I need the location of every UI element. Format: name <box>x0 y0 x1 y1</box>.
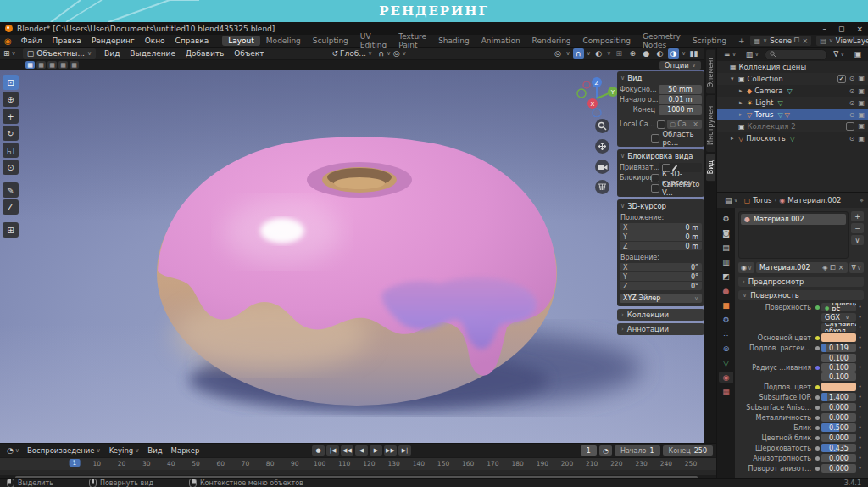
workspace-tab-rendering[interactable]: Rendering <box>526 36 577 46</box>
eye-toggle-icon[interactable]: ⊙ <box>849 75 855 83</box>
select-mode-invert-icon[interactable]: ▦ <box>58 61 68 69</box>
pause-render-icon[interactable]: ▮▮ <box>688 48 699 59</box>
outliner-settings-icon[interactable]: ▣ <box>850 50 865 59</box>
outliner-row-torus[interactable]: ▸▽Torus▽▽⊙▣ <box>717 109 868 120</box>
camera-to-view-checkbox[interactable] <box>651 184 659 193</box>
checkbox-checked-icon[interactable]: ✓ <box>837 75 846 83</box>
gizmos-toggle-icon[interactable]: ◎ <box>553 48 564 59</box>
slider-subsurface-aniso-[interactable]: 0.000 <box>821 403 856 411</box>
texture-tab-icon[interactable]: ▦ <box>719 386 733 397</box>
tool-select-box-button[interactable]: ⊡ <box>3 75 19 90</box>
next-keyframe-button[interactable]: ▶▶ <box>384 445 397 456</box>
slider-шероховатость[interactable]: 0.435 <box>821 444 856 452</box>
viewport-menu-добавить[interactable]: Добавить <box>181 49 229 58</box>
current-frame-marker[interactable]: 1 <box>70 459 81 467</box>
cursor-ry-field[interactable]: Y0° <box>620 272 702 281</box>
eye-toggle-icon[interactable]: ⊙ <box>849 135 855 143</box>
prev-keyframe-button[interactable]: ◀◀ <box>341 445 353 456</box>
viewport-menu-вид[interactable]: Вид <box>99 49 125 58</box>
animate-dot-icon[interactable]: • <box>856 314 864 321</box>
playhead[interactable] <box>75 469 75 475</box>
workspace-tab-modeling[interactable]: Modeling <box>260 36 307 46</box>
animate-dot-icon[interactable]: • <box>856 404 864 411</box>
eye-toggle-icon[interactable]: ⊙ <box>849 87 855 95</box>
world-tab-icon[interactable]: ● <box>719 285 733 296</box>
options-button[interactable]: Опции∨ <box>659 61 701 70</box>
play-reverse-button[interactable]: ◀ <box>355 445 368 456</box>
pivot-point-icon[interactable]: ◐ <box>593 48 604 59</box>
vector-field[interactable]: 0.100 <box>821 363 856 372</box>
animate-dot-icon[interactable]: • <box>856 364 864 371</box>
sidebar-tab-инструмент[interactable]: Инструмент <box>706 95 715 152</box>
view-layer-tab-icon[interactable]: ▥ <box>719 256 733 267</box>
camera-toggle-icon[interactable]: ▣ <box>858 111 865 119</box>
animate-dot-icon[interactable]: • <box>856 344 864 351</box>
shading-wireframe-icon[interactable]: ⊕ <box>627 48 638 59</box>
cursor-y-field[interactable]: Y0 m <box>620 232 702 241</box>
use-preview-range-icon[interactable]: ◔ <box>599 445 612 456</box>
shading-solid-icon[interactable]: ● <box>641 48 652 59</box>
viewport-menu-выделение[interactable]: Выделение <box>125 49 181 58</box>
material-name-field[interactable]: Материал.002 ◈ ⧠ × <box>756 262 847 273</box>
outliner-row-коллекция-2[interactable]: ▣Коллекция 2▣ <box>717 120 868 132</box>
breadcrumb-object[interactable]: Torus <box>753 196 771 204</box>
data-tab-icon[interactable]: ▽ <box>719 357 733 368</box>
select-mode-intersect-icon[interactable]: ▦ <box>70 61 79 69</box>
slot-specials-button[interactable]: ∨ <box>851 235 864 245</box>
snapping-toggle-icon[interactable]: ∩ <box>573 48 584 59</box>
menubar-item-окно[interactable]: Окно <box>140 36 170 45</box>
transform-orientation-select[interactable]: ↺ Глоб...∨ <box>329 49 376 58</box>
lock-3d-cursor-checkbox[interactable] <box>651 174 659 182</box>
outliner-search-input[interactable] <box>765 49 827 60</box>
select-mode-extend-icon[interactable]: ▦ <box>36 61 46 69</box>
cursor-rx-field[interactable]: X0° <box>620 263 702 271</box>
collections-panel-header[interactable]: ›Коллекции <box>617 309 704 321</box>
tool-cursor-button[interactable]: ⊕ <box>3 92 19 107</box>
material-slot-row[interactable]: ● Материал.002 <box>741 214 846 225</box>
timeline-menu-маркер[interactable]: Маркер <box>167 446 204 455</box>
render-tab-icon[interactable]: ◙ <box>719 227 733 238</box>
eye-toggle-icon[interactable]: ⊙ <box>849 99 855 107</box>
outliner-row-collection[interactable]: ▾▣Collection✓⊙▣ <box>717 73 868 85</box>
animate-dot-icon[interactable]: • <box>856 324 864 331</box>
navigation-gizmo[interactable]: Z Y X <box>575 73 619 120</box>
slider-subsurface-ior[interactable]: 1.400 <box>821 393 856 401</box>
select-случайный-обход[interactable]: Случайный обход∨ <box>821 323 856 332</box>
workspace-tab-compositing[interactable]: Compositing <box>577 36 637 46</box>
animate-dot-icon[interactable]: • <box>856 445 864 451</box>
animate-dot-icon[interactable]: • <box>856 424 864 431</box>
clip-end-field[interactable]: 1000 m <box>659 105 702 115</box>
preview-section-header[interactable]: ›Предпросмотр <box>738 277 864 287</box>
add-slot-button[interactable]: + <box>851 211 864 221</box>
select-ggx[interactable]: GGX∨ <box>821 313 856 322</box>
outliner-row-camera[interactable]: ▸◆Camera▽⊙▣ <box>717 85 868 97</box>
outliner-display-mode-button[interactable]: ≡∨ <box>721 50 740 59</box>
particles-tab-icon[interactable]: ∴ <box>719 328 733 339</box>
material-tab-icon[interactable]: ◉ <box>719 372 733 383</box>
workspace-tab-animation[interactable]: Animation <box>476 36 526 46</box>
cursor-z-field[interactable]: Z0 m <box>620 242 702 250</box>
menubar-item-рендеринг[interactable]: Рендеринг <box>86 36 140 45</box>
properties-editor-type-button[interactable]: ▤∨ <box>721 196 742 204</box>
shading-material-icon[interactable]: ◐ <box>654 48 665 59</box>
workspace-tab-sculpting[interactable]: Sculpting <box>307 36 354 46</box>
animate-dot-icon[interactable]: • <box>856 383 864 390</box>
browse-material-button[interactable]: ◉∨ <box>738 262 754 273</box>
copy-scene-icon[interactable]: ⧠ <box>794 36 799 45</box>
view-layer-selector[interactable]: ▤∨ ViewLayer × <box>816 36 868 46</box>
pan-icon[interactable] <box>595 139 609 154</box>
outliner-row-коллекция-сцены[interactable]: ▦Коллекция сцены <box>717 61 868 73</box>
maximize-button[interactable]: ◻ <box>838 25 844 33</box>
tool-annotate-button[interactable]: ✎ <box>3 182 19 198</box>
frame-end-field[interactable]: Конец250 <box>663 445 713 456</box>
cursor-panel-header[interactable]: ∨3D-курсор <box>620 201 702 213</box>
perspective-toggle-icon[interactable] <box>595 180 609 194</box>
tool-move-button[interactable]: + <box>3 109 19 124</box>
shading-rendered-icon[interactable]: ◑ <box>668 48 679 59</box>
eye-toggle-icon[interactable]: ⊙ <box>849 111 855 119</box>
camera-toggle-icon[interactable]: ▣ <box>858 135 865 143</box>
timeline-menu-вид[interactable]: Вид <box>143 446 166 455</box>
checkbox-icon[interactable] <box>846 122 854 131</box>
fake-user-icon[interactable]: ◈ <box>822 264 827 272</box>
cursor-x-field[interactable]: X0 m <box>620 223 702 232</box>
